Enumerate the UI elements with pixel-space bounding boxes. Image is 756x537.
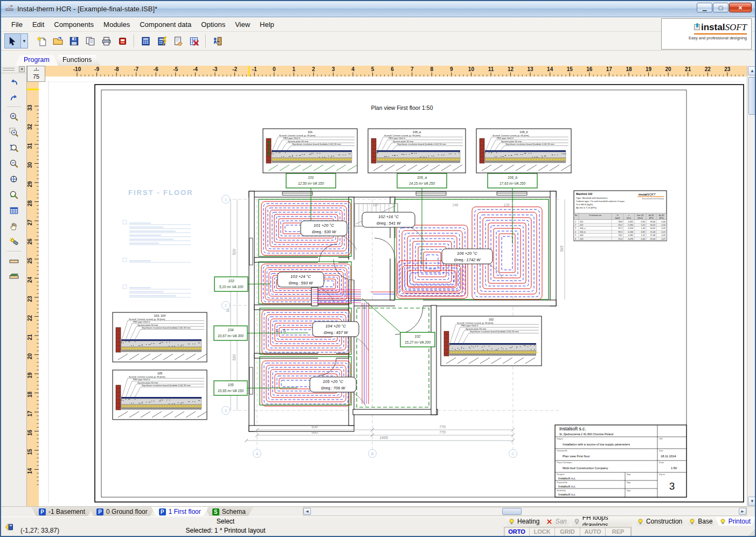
room-tag-103[interactable]: 103 +24 °CΘreq.: 593 W: [278, 272, 324, 287]
area-label-101[interactable]: 10112,50 m² VA 150: [286, 173, 336, 188]
detail-box-102[interactable]: 102Screed: Cement screed, gr. 65 [mm]PEX…: [441, 316, 542, 366]
locate-button[interactable]: [6, 234, 22, 249]
print-setup-button[interactable]: [115, 33, 130, 48]
check-data-button[interactable]: [170, 33, 185, 48]
menu-item-options[interactable]: Options: [196, 18, 230, 31]
scroll-down-icon[interactable]: ▼: [748, 497, 756, 506]
undo-button[interactable]: [6, 74, 22, 89]
copy-icon: [85, 36, 95, 46]
svg-text:Θreq.: 706 W: Θreq.: 706 W: [321, 386, 346, 390]
scroll-left-icon[interactable]: ◄: [303, 508, 311, 515]
resize-grip[interactable]: [748, 530, 756, 537]
zoom-previous-button[interactable]: [6, 187, 22, 202]
toggle-auto[interactable]: AUTO: [580, 527, 606, 536]
area-label-104[interactable]: 10410,67 m² VA 300: [214, 326, 247, 340]
toggle-orto[interactable]: ORTO: [504, 527, 530, 536]
detail-box-106-b[interactable]: 106_bScreed: Cement screed, gr. 65 [mm]P…: [476, 129, 571, 173]
mode-tab-heating[interactable]: Heating: [504, 517, 545, 526]
zoom-level-box[interactable]: 75: [27, 66, 45, 82]
tab-functions[interactable]: Functions: [54, 55, 100, 66]
vertical-scroll-thumb[interactable]: [748, 77, 756, 115]
title-block[interactable]: Instalsoft s.c.St. Zjednoczenia 2 41-500…: [555, 425, 686, 497]
tab-program[interactable]: Program: [15, 55, 58, 66]
mode-tab-printout[interactable]: Printout: [715, 517, 756, 526]
menu-item-view[interactable]: View: [230, 18, 255, 31]
floor-tab-0-ground-floor[interactable]: P0 Ground floor: [89, 507, 155, 516]
room-tag-102[interactable]: 102 +16 °CΘreq.: 541 W: [362, 212, 415, 227]
copy-button[interactable]: [82, 33, 98, 48]
detail-box-103-104[interactable]: 103, 104Screed: Cement screed, gr. 65 [m…: [113, 312, 207, 362]
zoom-out-button[interactable]: [6, 156, 22, 171]
room-tag-104[interactable]: 104 +20 °CΘreq.: 457 W: [313, 322, 359, 337]
locate-icon: [9, 237, 19, 247]
menu-item-file[interactable]: File: [6, 18, 27, 31]
room-tag-105[interactable]: 105 +20 °CΘreq.: 706 W: [310, 377, 356, 392]
printout-layout[interactable]: Plan view First floor 1:50FIRST - FLOOR+…: [39, 76, 747, 506]
room-tag-101[interactable]: 101 +20 °CΘreq.: 530 W: [301, 221, 347, 236]
data-table-button[interactable]: [6, 203, 22, 218]
zoom-plus-minus-button[interactable]: [6, 141, 22, 155]
mode-tab-fh-loops-drawings[interactable]: FH loops drawings: [569, 517, 636, 526]
menu-item-help[interactable]: Help: [255, 18, 279, 31]
exit-button[interactable]: [210, 33, 225, 48]
calculations-button[interactable]: [138, 33, 153, 48]
new-file-button[interactable]: [34, 33, 49, 48]
svg-text:Sign.: Sign.: [627, 490, 631, 492]
clear-results-button[interactable]: [186, 33, 202, 48]
measure-area-button[interactable]: [6, 269, 22, 284]
zoom-all-button[interactable]: [6, 172, 22, 186]
measure-button[interactable]: [6, 254, 22, 268]
floor-tab-schema[interactable]: SSchema: [205, 507, 253, 516]
menu-item-modules[interactable]: Modules: [99, 18, 135, 31]
select-tool-button[interactable]: [5, 34, 21, 48]
detail-box-106-a[interactable]: 106_aScreed: Cement screed, gr. 65 [mm]P…: [368, 129, 466, 173]
area-label-105[interactable]: 10510,65 m² VA 150: [214, 381, 247, 395]
close-button[interactable]: ✕: [729, 3, 752, 12]
open-file-button[interactable]: [50, 33, 65, 48]
pan-hand-button[interactable]: [6, 219, 22, 233]
svg-text:103, 104: 103, 104: [154, 314, 165, 317]
horizontal-scrollbar[interactable]: ◄ ►: [303, 507, 747, 516]
panel-grip[interactable]: [3, 68, 15, 71]
results-icon[interactable]: [4, 522, 13, 534]
manifold-table[interactable]: Manifold 102Type: Manifold with flowmete…: [574, 191, 667, 241]
area-label-106_a[interactable]: 106_a14,15 m² VA 250: [397, 173, 447, 188]
area-label-106_b[interactable]: 106_b17,63 m² VA 250: [488, 173, 537, 188]
vertical-scrollbar[interactable]: ▲ ▼: [747, 66, 756, 506]
floor-tab-1-first-floor[interactable]: P1 First floor: [151, 507, 209, 516]
toggle-lock[interactable]: LOCK: [530, 527, 555, 536]
scroll-right-icon[interactable]: ►: [739, 508, 746, 515]
toggle-grid[interactable]: GRID: [555, 527, 580, 536]
svg-text:Easy and professional designin: Easy and professional designing: [642, 198, 664, 200]
horizontal-scroll-thumb[interactable]: [502, 508, 522, 515]
select-tool-dropdown-icon[interactable]: ▼: [21, 34, 27, 48]
maximize-button[interactable]: ▢: [713, 3, 729, 12]
save-file-button[interactable]: [66, 33, 81, 48]
area-label-103[interactable]: 1035,10 m² VA 100: [214, 277, 248, 291]
quick-calculations-button[interactable]: [154, 33, 169, 48]
svg-text:0,182: 0,182: [628, 234, 633, 236]
scroll-up-icon[interactable]: ▲: [748, 66, 756, 75]
room-tag-106[interactable]: 106 +20 °CΘreq.: 1742 W: [442, 249, 493, 264]
print-button[interactable]: [99, 33, 114, 48]
zoom-area-button[interactable]: [6, 125, 22, 140]
floor-tab-1-basement[interactable]: P-1 Basement: [31, 507, 93, 516]
panel-close-icon[interactable]: ✕: [19, 66, 25, 72]
mode-tab-san[interactable]: San: [542, 517, 572, 526]
menu-item-component-data[interactable]: Component data: [135, 18, 196, 31]
svg-text:20: 20: [665, 66, 672, 72]
menu-item-edit[interactable]: Edit: [27, 18, 49, 31]
toggle-rep[interactable]: REP: [606, 527, 631, 536]
detail-box-105[interactable]: 105Screed: Cement screed, gr. 65 [mm]PEX…: [113, 370, 207, 420]
area-label-102[interactable]: 10215,27 m² VA 200: [400, 332, 435, 347]
mode-tab-base[interactable]: Base: [684, 517, 718, 526]
svg-text:0,160: 0,160: [628, 224, 633, 226]
menu-item-components[interactable]: Components: [49, 18, 99, 31]
detail-box-101[interactable]: 101Screed: Cement screed, gr. 65 [mm]PEX…: [263, 129, 357, 173]
mode-tab-construction[interactable]: Construction: [633, 517, 688, 526]
drawing-canvas[interactable]: Plan view First floor 1:50FIRST - FLOOR+…: [39, 76, 747, 506]
redo-button[interactable]: [6, 90, 22, 104]
minimize-button[interactable]: ▁: [697, 3, 712, 12]
svg-text:16,02: 16,02: [650, 224, 655, 226]
zoom-in-button[interactable]: [6, 109, 22, 124]
